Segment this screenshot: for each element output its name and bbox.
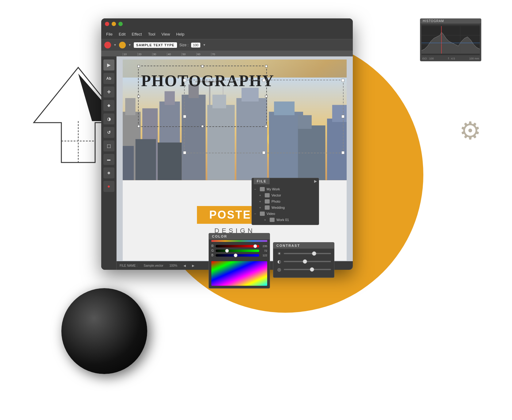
contrast-panel-title: CONTRAST — [273, 242, 334, 249]
file-item-vector[interactable]: + Vector — [252, 192, 319, 198]
file-item-wedding[interactable]: + Wedding — [252, 204, 319, 211]
green-value: 72 — [260, 249, 267, 252]
file-item-work01[interactable]: + Work 01 — [252, 217, 319, 223]
contrast-slider[interactable] — [284, 261, 331, 262]
brightness-slider[interactable] — [284, 253, 331, 254]
blue-slider[interactable] — [216, 254, 259, 257]
expand-icon[interactable]: + — [259, 206, 263, 209]
ruler-mark: 10 — [123, 53, 137, 56]
green-slider[interactable] — [216, 250, 259, 252]
file-label: My Work — [267, 187, 280, 191]
svg-rect-25 — [213, 95, 226, 109]
contrast-row: ◐ — [276, 259, 331, 264]
rotate-tool[interactable]: ↺ — [103, 127, 114, 138]
menu-tool[interactable]: Tool — [148, 32, 155, 36]
file-tree: − My Work + Vector + Photo + Wedding − V… — [252, 184, 319, 225]
maximize-button[interactable] — [118, 22, 123, 26]
color-gradient[interactable] — [211, 261, 267, 286]
file-item-mywork[interactable]: − My Work — [252, 186, 319, 192]
expand-icon[interactable]: − — [254, 188, 258, 191]
zoom-tool[interactable]: ⊕ — [103, 167, 114, 178]
ruler-mark: 30 — [152, 53, 167, 56]
svg-rect-7 — [475, 98, 478, 110]
folder-icon — [265, 193, 270, 197]
file-item-photo[interactable]: + Photo — [252, 198, 319, 204]
red-value: 235 — [260, 245, 267, 248]
paint-tool[interactable]: ◑ — [103, 113, 114, 124]
histogram-graph — [422, 25, 480, 55]
blue-value: 122 — [260, 254, 267, 257]
file-item-video[interactable]: − Video — [252, 211, 319, 217]
green-thumb[interactable] — [225, 249, 229, 253]
ruler-mark: 20 — [137, 53, 152, 56]
minimize-button[interactable] — [112, 22, 116, 26]
scroll-right[interactable]: ▶ — [192, 264, 194, 267]
move-tool[interactable]: ✛ — [103, 86, 114, 97]
fill-tool[interactable]: ▬ — [103, 154, 114, 165]
size-value[interactable]: 100 — [191, 43, 200, 48]
blue-channel-row: B 122 — [211, 254, 267, 257]
red-label: R — [211, 244, 214, 248]
gamma-thumb[interactable] — [310, 267, 314, 272]
text-tool[interactable]: Ab — [103, 73, 114, 84]
left-toolbar: ▶ Ab ✛ ◈ ◑ ↺ ⬚ ▬ ⊕ ● — [101, 56, 117, 270]
decorative-sphere — [61, 288, 147, 374]
brightness-thumb[interactable] — [312, 251, 316, 256]
red-dropdown-arrow[interactable]: ▼ — [114, 43, 117, 47]
pointer-tool[interactable]: ▶ — [103, 59, 114, 71]
ruler-mark: 70 — [211, 53, 226, 56]
menu-view[interactable]: View — [161, 32, 170, 36]
close-button[interactable] — [105, 22, 109, 26]
size-label: Size : — [179, 43, 189, 47]
gamma-row: ◎ — [276, 267, 331, 272]
ruler-mark: 50 — [182, 53, 196, 56]
svg-rect-18 — [164, 91, 175, 105]
contrast-thumb[interactable] — [303, 259, 307, 264]
toolbar-yellow-button[interactable] — [119, 42, 126, 48]
red-slider[interactable] — [216, 245, 259, 247]
expand-icon[interactable]: + — [264, 218, 268, 222]
svg-rect-35 — [327, 119, 347, 180]
file-label: Photo — [271, 200, 280, 203]
ruler-mark: 40 — [167, 53, 182, 56]
shape-tool[interactable]: ◈ — [103, 100, 114, 111]
expand-icon[interactable]: − — [254, 212, 258, 216]
contrast-sliders: ☀ ◐ ◎ — [273, 249, 334, 277]
svg-rect-4 — [460, 101, 464, 110]
color-panel-title: COLOR — [209, 233, 270, 239]
gamma-icon: ◎ — [276, 267, 282, 272]
file-panel: FILE ▶ − My Work + Vector + Photo + Wedd… — [252, 178, 319, 225]
svg-rect-15 — [125, 98, 135, 115]
color-tool[interactable]: ● — [103, 181, 114, 192]
svg-rect-27 — [241, 88, 259, 102]
menu-file[interactable]: File — [106, 32, 113, 36]
sample-text-type[interactable]: SAMPLE TEXT TYPE — [134, 42, 177, 48]
svg-rect-29 — [274, 101, 294, 115]
menu-edit[interactable]: Edit — [119, 32, 125, 36]
toolbar-red-button[interactable] — [104, 42, 111, 48]
color-sliders: R 235 G 72 B 122 — [209, 242, 270, 260]
expand-icon[interactable]: + — [259, 200, 263, 203]
menu-help[interactable]: Help — [176, 32, 184, 36]
file-label: Work 01 — [276, 218, 289, 222]
toolbar: ▼ ▼ SAMPLE TEXT TYPE Size : 100 ▼ — [101, 39, 353, 51]
menu-bar: File Edit Effect Tool View Help — [101, 29, 353, 39]
folder-icon — [260, 212, 265, 216]
gamma-slider[interactable] — [284, 269, 331, 270]
scroll-left[interactable]: ◀ — [183, 264, 186, 267]
svg-rect-8 — [479, 89, 483, 110]
red-thumb[interactable] — [253, 244, 257, 248]
yellow-dropdown-arrow[interactable]: ▼ — [128, 43, 131, 47]
folder-icon — [265, 205, 270, 210]
file-panel-title: FILE — [254, 178, 270, 184]
svg-rect-31 — [136, 139, 156, 180]
expand-icon[interactable]: + — [259, 194, 263, 197]
select-tool[interactable]: ⬚ — [103, 140, 114, 151]
menu-effect[interactable]: Effect — [132, 32, 142, 36]
file-panel-next[interactable]: ▶ — [314, 179, 317, 183]
file-label: Wedding — [271, 206, 285, 209]
svg-rect-5 — [465, 97, 468, 110]
contrast-panel: CONTRAST ☀ ◐ ◎ — [273, 242, 334, 278]
blue-thumb[interactable] — [234, 254, 237, 257]
size-dropdown-arrow[interactable]: ▼ — [203, 43, 206, 47]
